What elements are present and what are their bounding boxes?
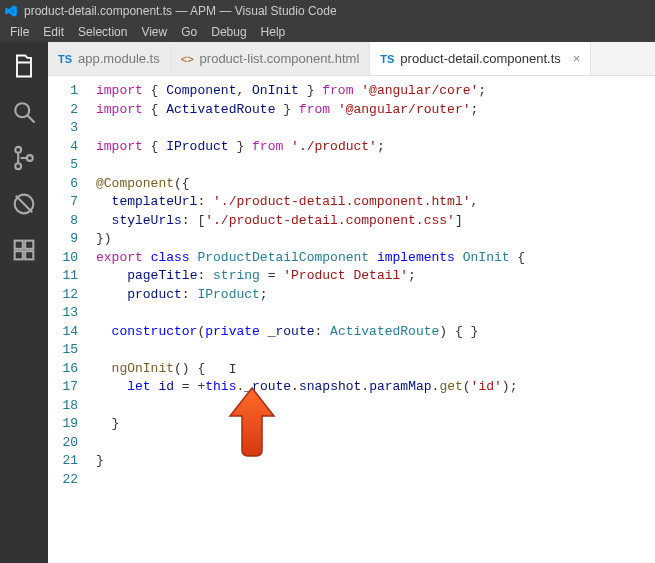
- svg-point-0: [15, 103, 29, 117]
- code-line: [96, 119, 655, 138]
- search-icon[interactable]: [10, 98, 38, 126]
- code-line: [96, 434, 655, 453]
- app-container: TS app.module.ts <> product-list.compone…: [0, 42, 655, 563]
- menu-view[interactable]: View: [135, 25, 173, 39]
- code-line: styleUrls: ['./product-detail.component.…: [96, 212, 655, 231]
- tab-product-list[interactable]: <> product-list.component.html: [171, 42, 371, 75]
- svg-line-1: [28, 116, 35, 123]
- code-line: }): [96, 230, 655, 249]
- title-bar: product-detail.component.ts — APM — Visu…: [0, 0, 655, 22]
- ts-icon: TS: [58, 53, 72, 65]
- tab-label: product-detail.component.ts: [400, 51, 560, 66]
- code-line: [96, 341, 655, 360]
- text-cursor: I: [229, 361, 230, 375]
- tab-label: app.module.ts: [78, 51, 160, 66]
- source-control-icon[interactable]: [10, 144, 38, 172]
- svg-line-6: [16, 196, 32, 212]
- svg-point-4: [27, 155, 33, 161]
- menu-bar: File Edit Selection View Go Debug Help: [0, 22, 655, 42]
- svg-rect-8: [25, 241, 33, 249]
- tab-label: product-list.component.html: [200, 51, 360, 66]
- code-line: @Component({: [96, 175, 655, 194]
- html-icon: <>: [181, 53, 194, 65]
- code-line: export class ProductDetailComponent impl…: [96, 249, 655, 268]
- code-line: constructor(private _route: ActivatedRou…: [96, 323, 655, 342]
- window-title: product-detail.component.ts — APM — Visu…: [24, 4, 337, 18]
- code-line: import { IProduct } from './product';: [96, 138, 655, 157]
- code-editor[interactable]: 123 456 789 101112 131415 161718 192021 …: [48, 76, 655, 563]
- close-icon[interactable]: ×: [573, 51, 581, 66]
- debug-icon[interactable]: [10, 190, 38, 218]
- code-line: [96, 156, 655, 175]
- line-gutter: 123 456 789 101112 131415 161718 192021 …: [48, 82, 96, 563]
- code-lines: import { Component, OnInit } from '@angu…: [96, 82, 655, 563]
- code-line: pageTitle: string = 'Product Detail';: [96, 267, 655, 286]
- code-line: [96, 304, 655, 323]
- tab-bar: TS app.module.ts <> product-list.compone…: [48, 42, 655, 76]
- activity-bar: [0, 42, 48, 563]
- code-line: [96, 397, 655, 416]
- menu-file[interactable]: File: [4, 25, 35, 39]
- code-line: ngOnInit() { I: [96, 360, 655, 379]
- code-line: [96, 471, 655, 490]
- vscode-icon: [4, 4, 18, 18]
- menu-go[interactable]: Go: [175, 25, 203, 39]
- svg-point-2: [15, 147, 21, 153]
- tab-app-module[interactable]: TS app.module.ts: [48, 42, 171, 75]
- svg-rect-9: [15, 251, 23, 259]
- editor-area: TS app.module.ts <> product-list.compone…: [48, 42, 655, 563]
- extensions-icon[interactable]: [10, 236, 38, 264]
- ts-icon: TS: [380, 53, 394, 65]
- menu-edit[interactable]: Edit: [37, 25, 70, 39]
- tab-product-detail[interactable]: TS product-detail.component.ts ×: [370, 42, 591, 75]
- svg-rect-7: [15, 241, 23, 249]
- menu-selection[interactable]: Selection: [72, 25, 133, 39]
- svg-point-3: [15, 163, 21, 169]
- code-line: let id = +this._route.snapshot.paramMap.…: [96, 378, 655, 397]
- explorer-icon[interactable]: [10, 52, 38, 80]
- code-line: }: [96, 415, 655, 434]
- code-line: import { ActivatedRoute } from '@angular…: [96, 101, 655, 120]
- code-line: import { Component, OnInit } from '@angu…: [96, 82, 655, 101]
- code-line: }: [96, 452, 655, 471]
- code-line: templateUrl: './product-detail.component…: [96, 193, 655, 212]
- menu-debug[interactable]: Debug: [205, 25, 252, 39]
- code-line: product: IProduct;: [96, 286, 655, 305]
- svg-rect-10: [25, 251, 33, 259]
- menu-help[interactable]: Help: [255, 25, 292, 39]
